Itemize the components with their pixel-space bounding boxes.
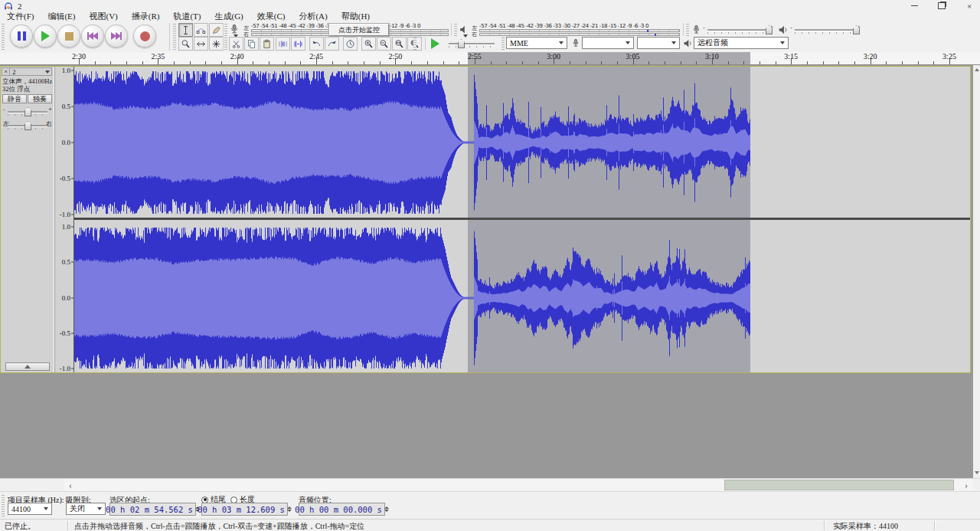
zoom-out-button[interactable] xyxy=(377,37,391,51)
skip-to-end-button[interactable] xyxy=(105,25,128,48)
scale-label: 0.0 xyxy=(54,294,70,302)
envelope-icon xyxy=(196,25,206,35)
menu-item-1[interactable]: 编辑(E) xyxy=(41,11,82,21)
redo-button[interactable] xyxy=(325,37,339,51)
play-meter-speaker-icon[interactable] xyxy=(459,25,469,34)
tools-grip[interactable] xyxy=(173,24,176,50)
horizontal-scrollbar[interactable]: ‹ › xyxy=(0,478,980,491)
monitor-overlay-button[interactable]: 点击开始监控 xyxy=(329,24,389,36)
play-meter-grip[interactable] xyxy=(454,24,457,36)
skip-to-start-button[interactable] xyxy=(81,25,104,48)
zoom-in-button[interactable] xyxy=(361,37,376,51)
mixer-grip[interactable] xyxy=(686,24,689,36)
scroll-up-icon[interactable] xyxy=(973,66,980,74)
playback-device-select[interactable]: 远程音频 xyxy=(694,37,789,49)
spinner-icon[interactable] xyxy=(384,506,389,512)
actual-rate-value: 44100 xyxy=(879,522,898,530)
draw-tool-button[interactable] xyxy=(209,23,224,37)
audio-position-field[interactable]: 00 h 00 m 00.000 s xyxy=(299,503,385,516)
waveform-canvas[interactable] xyxy=(74,67,970,372)
close-button[interactable]: × xyxy=(963,1,975,11)
selection-tool-button[interactable] xyxy=(178,23,193,37)
play-volume-slider[interactable]: - + xyxy=(790,25,861,35)
spinner-icon[interactable] xyxy=(287,506,292,512)
menu-item-6[interactable]: 效果(C) xyxy=(250,11,292,21)
track-menu-dropdown-icon[interactable] xyxy=(45,70,50,74)
pause-button[interactable] xyxy=(10,25,33,48)
track-title-bar[interactable]: × 2 xyxy=(2,67,52,76)
transport-grip[interactable] xyxy=(2,24,5,50)
silence-selection-button[interactable] xyxy=(291,37,305,51)
status-bar: 已停止。 点击并拖动选择音频，Ctrl-点击=跟随播放，Ctrl-双击=变速+跟… xyxy=(0,519,980,531)
menu-item-7[interactable]: 分析(A) xyxy=(292,11,334,21)
menu-item-4[interactable]: 轨道(T) xyxy=(166,11,207,21)
track-close-icon[interactable]: × xyxy=(2,68,10,75)
envelope-tool-button[interactable] xyxy=(194,23,208,37)
hscroll-thumb[interactable] xyxy=(724,480,954,490)
menu-item-8[interactable]: 帮助(H) xyxy=(335,11,377,21)
play-speed-slider[interactable] xyxy=(444,38,499,49)
recording-channels-select[interactable] xyxy=(637,37,680,49)
device-grip[interactable] xyxy=(501,38,505,50)
scale-tick xyxy=(71,70,74,71)
recording-device-select[interactable] xyxy=(582,37,634,49)
menu-item-0[interactable]: 文件(F) xyxy=(0,11,41,21)
time-shift-tool-button[interactable] xyxy=(194,37,208,51)
paste-button[interactable] xyxy=(260,37,274,51)
snap-to-select[interactable]: 关闭 xyxy=(66,503,106,515)
vertical-scale-ruler[interactable]: 1.00.50.0-0.5-1.01.00.50.0-0.5-1.0 xyxy=(54,67,74,372)
scale-tick xyxy=(71,227,74,228)
sync-lock-button[interactable] xyxy=(343,37,358,51)
track-collapse-button[interactable] xyxy=(5,362,50,371)
multi-tool-button[interactable] xyxy=(209,37,224,51)
ruler-time-label: 3:00 xyxy=(547,52,560,61)
edit-grip[interactable] xyxy=(224,38,227,50)
ruler-tick xyxy=(190,61,191,64)
audio-host-select[interactable]: MME xyxy=(506,37,567,49)
record-volume-slider[interactable]: - + xyxy=(703,25,773,35)
record-icon xyxy=(140,31,150,41)
restore-button[interactable] xyxy=(936,1,948,11)
track-gain-thumb[interactable] xyxy=(24,107,31,116)
record-button[interactable] xyxy=(133,25,156,48)
ruler-tick xyxy=(760,61,760,64)
minimize-button[interactable] xyxy=(908,1,920,11)
timeline-ruler[interactable]: 2:302:352:402:452:502:553:003:053:103:15… xyxy=(0,52,980,65)
menu-item-2[interactable]: 视图(V) xyxy=(83,11,125,21)
menu-item-3[interactable]: 播录(R) xyxy=(125,11,167,21)
zoom-tool-button[interactable] xyxy=(178,37,193,51)
vertical-scrollbar[interactable] xyxy=(973,65,980,478)
ruler-tick xyxy=(933,61,934,64)
menu-item-5[interactable]: 生成(G) xyxy=(208,11,250,21)
track-pan-thumb[interactable] xyxy=(24,121,31,130)
ruler-tick xyxy=(126,61,127,64)
play-speed-thumb[interactable] xyxy=(458,39,465,48)
record-meter-grip[interactable] xyxy=(224,24,227,36)
track-gain-slider[interactable]: - + xyxy=(3,107,52,117)
stop-button[interactable] xyxy=(57,25,80,48)
undo-button[interactable] xyxy=(309,37,324,51)
copy-button[interactable] xyxy=(244,37,259,51)
trim-outside-button[interactable] xyxy=(276,37,290,51)
selection-toolbar-grip[interactable] xyxy=(2,495,5,516)
mute-button[interactable]: 静音 xyxy=(2,94,27,103)
transcription-grip[interactable] xyxy=(413,38,416,50)
record-meter-mic-icon[interactable] xyxy=(229,24,240,35)
solo-button[interactable]: 独奏 xyxy=(28,94,52,103)
copy-icon xyxy=(247,39,256,49)
fit-selection-button[interactable] xyxy=(392,37,407,51)
play-button[interactable] xyxy=(34,25,57,48)
play-at-speed-button[interactable] xyxy=(428,37,443,51)
selection-end-field[interactable]: 00 h 03 m 12.609 s xyxy=(201,503,288,516)
project-rate-select[interactable]: 44100 xyxy=(8,503,52,515)
play-meter[interactable]: -57 -54 -51 -48 -45 -42 -39 -36 -33 -30 … xyxy=(479,23,680,37)
selection-start-field[interactable]: 00 h 02 m 54.562 s xyxy=(109,503,196,516)
title-bar[interactable]: 2 × xyxy=(0,0,980,11)
scroll-down-icon[interactable] xyxy=(973,469,980,477)
scroll-left-icon[interactable]: ‹ xyxy=(64,479,77,491)
ruler-time-label: 2:35 xyxy=(152,52,165,61)
track-pan-slider[interactable]: 左 右 xyxy=(3,120,52,131)
play-meter-dropdown-icon[interactable] xyxy=(463,34,468,38)
scroll-right-icon[interactable]: › xyxy=(960,479,972,491)
cut-button[interactable] xyxy=(229,37,243,51)
